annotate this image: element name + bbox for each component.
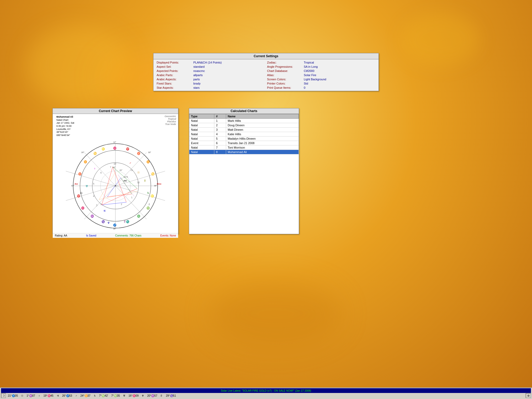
row-name-5: Madalyn Hillis-Dineen: [226, 136, 299, 141]
svg-text:♏: ♏: [126, 220, 129, 223]
row-num-5: 5: [214, 136, 226, 141]
uranus-symbol: ♅: [122, 394, 126, 397]
svg-text:10: 10: [114, 162, 116, 165]
setting-printer-colors: Printer Colors: Std: [266, 81, 376, 86]
row-num-7: 7: [214, 145, 226, 150]
chart-row-2[interactable]: Natal 2 Doug Dineen: [189, 123, 299, 128]
chart-person-name: Muhammad Ali: [56, 116, 73, 118]
svg-text:♅: ♅: [86, 185, 88, 188]
calculated-charts-title: Calculated Charts: [189, 108, 299, 114]
mars-pos: 24°♊37: [79, 394, 91, 397]
svg-text:♓: ♓: [81, 206, 84, 210]
saturn-symbol: ♄: [93, 394, 97, 397]
col-num: #: [214, 114, 226, 119]
svg-text:♊: ♊: [84, 160, 87, 163]
row-name-4: Katie Hillis: [226, 132, 299, 136]
svg-text:♉: ♉: [78, 172, 82, 176]
setting-star-aspects: Star Aspects: stars: [156, 86, 266, 90]
moon-icon: ☽: [1, 393, 6, 398]
row-name-2: Doug Dineen: [226, 123, 299, 128]
venus-symbol: ♀: [37, 394, 41, 397]
svg-text:12: 12: [137, 181, 140, 183]
chart-row-5[interactable]: Natal 5 Madalyn Hillis-Dineen: [189, 136, 299, 141]
svg-text:28°R: 28°R: [124, 176, 128, 178]
svg-text:11: 11: [130, 169, 133, 171]
row-name-8: Muhammad Ali: [226, 150, 299, 154]
svg-text:12°: 12°: [113, 141, 116, 143]
settings-panel: Current Settings Displayed Points: PLAN&…: [153, 53, 379, 91]
main-content: Current Settings Displayed Points: PLAN&…: [0, 24, 532, 387]
setting-fixed-stars: Fixed Stars: brady: [156, 81, 266, 86]
row-name-6: Transits Jan 21 2008: [226, 141, 299, 145]
svg-text:☉: ☉: [137, 171, 140, 174]
settings-title: Current Settings: [153, 53, 379, 59]
charts-table-header: Type # Name: [189, 114, 299, 119]
row-num-6: 6: [214, 141, 226, 145]
setting-atlas: Atlas: Solar Fire: [266, 73, 376, 77]
setting-aspected-points: Aspected Points: noascmc: [156, 69, 266, 73]
svg-text:♍: ♍: [146, 206, 150, 210]
svg-text:⚷: ⚷: [148, 203, 150, 206]
chart-type: Natal Chart: [56, 119, 68, 121]
chart-location: Louisville, KY: [56, 128, 71, 130]
svg-text:♌: ♌: [102, 147, 105, 151]
natal-chart-svg: ☉ ☽ ☿ ♀ ♂ ♃ ♄ ♅ ♆ ♇ ☊: [53, 139, 178, 233]
svg-text:5: 5: [93, 182, 94, 185]
svg-text:♒: ♒: [91, 214, 94, 218]
svg-text:04°: 04°: [113, 166, 116, 169]
planet-positions-bar: ☽ 21°♐05 ☉ 1°♒07 ♀ 19°♓45 ♃ 26°♐53 ♂ 24°…: [0, 393, 532, 398]
svg-text:♋: ♋: [93, 152, 97, 155]
chart-info-right: Geocentric Tropical Placidus True Node: [164, 115, 176, 138]
solar-live-ticker: Solar Live Latest: "SOLAR FIRE GOLD (v7)…: [1, 388, 531, 393]
row-type-1: Natal: [189, 119, 214, 123]
setting-zodiac: Zodiac: Tropical: [266, 60, 376, 65]
svg-text:06°: 06°: [113, 228, 116, 230]
svg-text:♃: ♃: [103, 209, 106, 212]
sun-symbol: ☉: [20, 394, 24, 397]
row-type-7: Natal: [189, 145, 214, 150]
svg-text:♈: ♈: [77, 194, 80, 197]
saturn2-pos: 7°♍35: [110, 394, 121, 397]
row-num-3: 3: [214, 128, 226, 132]
row-type-8: Natal: [189, 150, 214, 154]
setting-chart-database: Chart Database: Clif2000: [266, 69, 376, 73]
chart-rating: Rating: AA: [55, 234, 67, 237]
chart-row-3[interactable]: Natal 3 Matt Dineen: [189, 128, 299, 132]
svg-text:4: 4: [93, 195, 94, 197]
svg-text:3: 3: [100, 203, 102, 206]
row-name-3: Matt Dineen: [226, 128, 299, 132]
svg-text:♊: ♊: [146, 160, 150, 163]
chart-comments: Comments: 766 Chars: [115, 234, 141, 237]
row-type-2: Natal: [189, 123, 214, 128]
chart-footer: Rating: AA Is Saved Comments: 766 Chars …: [53, 233, 178, 238]
svg-text:RR: RR: [124, 180, 127, 182]
svg-point-62: [115, 185, 116, 186]
chart-events: Events: None: [160, 234, 176, 237]
chart-canvas: ☉ ☽ ☿ ♀ ♂ ♃ ♄ ♅ ♆ ♇ ☊: [53, 139, 178, 233]
chart-row-1[interactable]: Natal 1 Mark Hillis: [189, 119, 299, 123]
chart-preview-panel: Current Chart Preview Muhammad Ali Natal…: [52, 108, 178, 234]
chart-row-6[interactable]: Event 6 Transits Jan 21 2008: [189, 141, 299, 145]
chart-row-8[interactable]: Natal 8 Muhammad Ali: [189, 150, 299, 154]
svg-text:Desc: Desc: [157, 183, 161, 185]
chart-info-block: Muhammad Ali Natal Chart Jan 17 1942, Sa…: [53, 114, 178, 139]
chart-row-7[interactable]: Natal 7 Toni Morrison: [189, 145, 299, 150]
svg-text:♆: ♆: [107, 221, 110, 224]
svg-text:26°: 26°: [120, 169, 123, 171]
svg-text:♋: ♋: [151, 172, 155, 176]
svg-text:2: 2: [121, 203, 122, 206]
svg-text:♌: ♌: [151, 194, 154, 197]
chart-preview-title: Current Chart Preview: [53, 108, 178, 114]
chart-icon-small[interactable]: ⚙: [526, 393, 531, 398]
chart-coords1: 38°N15'15": [56, 131, 68, 133]
chart-date: Jan 17 1942, Sat: [56, 122, 74, 124]
row-type-5: Natal: [189, 136, 214, 141]
settings-left: Displayed Points: PLAN&CH (14 Points) As…: [156, 60, 266, 90]
chart-time: 6:35 pm +6:00: [56, 125, 72, 127]
setting-displayed-points: Displayed Points: PLAN&CH (14 Points): [156, 60, 266, 65]
chart-row-4[interactable]: Natal 4 Katie Hillis: [189, 132, 299, 136]
row-num-2: 2: [214, 123, 226, 128]
svg-text:7: 7: [110, 166, 111, 169]
svg-text:6: 6: [100, 171, 102, 174]
settings-right: Zodiac: Tropical Angle Progressions: SA …: [266, 60, 376, 90]
